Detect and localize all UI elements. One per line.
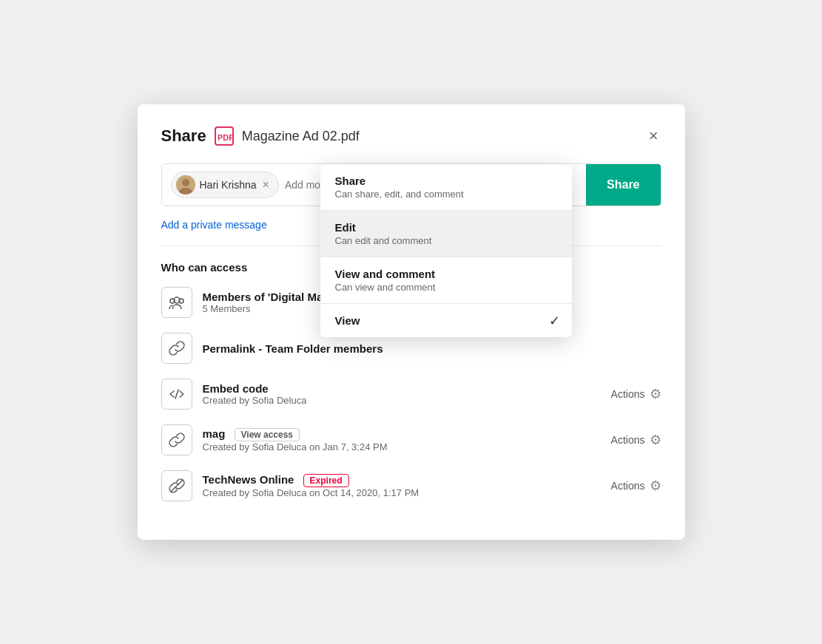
check-icon: ✓ [549, 313, 560, 329]
access-item-technews: TechNews Online Expired Created by Sofia… [161, 470, 661, 501]
dropdown-item-share-sub: Can share, edit, and comment [335, 189, 557, 200]
recipient-name: Hari Krishna [200, 179, 257, 191]
access-item-permalink: Permalink - Team Folder members [161, 333, 661, 364]
remove-recipient-button[interactable]: × [261, 179, 271, 191]
embed-actions-label: Actions [611, 388, 645, 400]
title-group: Share PDF Magazine Ad 02.pdf [161, 126, 360, 146]
mag-link-icon [161, 424, 192, 455]
technews-actions-label: Actions [611, 480, 645, 492]
file-name: Magazine Ad 02.pdf [242, 129, 360, 144]
dropdown-item-view-title: View [335, 314, 557, 327]
share-modal: Share PDF Magazine Ad 02.pdf × [138, 104, 685, 540]
svg-text:PDF: PDF [218, 133, 234, 142]
expired-badge: Expired [303, 474, 349, 487]
access-info-technews: TechNews Online Expired Created by Sofia… [203, 473, 611, 498]
close-button[interactable]: × [646, 125, 661, 147]
private-message-link[interactable]: Add a private message [161, 219, 267, 231]
modal-title: Share [161, 126, 206, 146]
modal-header: Share PDF Magazine Ad 02.pdf × [161, 125, 661, 147]
gear-icon: ⚙ [650, 386, 661, 402]
dropdown-item-view-comment-sub: Can view and comment [335, 282, 557, 293]
embed-icon [161, 379, 192, 410]
pdf-icon: PDF [214, 126, 235, 146]
dropdown-item-share[interactable]: Share Can share, edit, and comment [320, 164, 572, 210]
dropdown-item-edit[interactable]: Edit Can edit and comment [320, 211, 572, 257]
dropdown-item-edit-sub: Can edit and comment [335, 235, 557, 246]
dropdown-item-view-comment-title: View and comment [335, 268, 557, 280]
technews-link-icon [161, 470, 192, 501]
gear-icon-technews: ⚙ [650, 478, 661, 494]
dropdown-item-view-comment[interactable]: View and comment Can view and comment [320, 257, 572, 303]
dropdown-item-view[interactable]: View ✓ [320, 304, 572, 337]
technews-name: TechNews Online Expired [203, 473, 611, 487]
access-item-mag: mag View access Created by Sofia Deluca … [161, 424, 661, 455]
embed-actions[interactable]: Actions ⚙ [611, 386, 661, 402]
team-folder-icon [161, 287, 192, 318]
share-row: Hari Krishna × Access Level View ▾ Share… [161, 163, 661, 206]
svg-line-8 [175, 390, 178, 399]
access-info-permalink: Permalink - Team Folder members [203, 342, 661, 355]
permalink-name: Permalink - Team Folder members [203, 342, 661, 355]
access-item-embed: Embed code Created by Sofia Deluca Actio… [161, 379, 661, 410]
technews-sub: Created by Sofia Deluca on Oct 14, 2020,… [203, 487, 611, 498]
access-info-mag: mag View access Created by Sofia Deluca … [203, 427, 611, 453]
access-info-embed: Embed code Created by Sofia Deluca [203, 382, 611, 406]
dropdown-item-share-title: Share [335, 174, 557, 187]
dropdown-item-edit-title: Edit [335, 221, 557, 234]
mag-actions-label: Actions [611, 434, 645, 446]
permalink-icon [161, 333, 192, 364]
gear-icon-mag: ⚙ [650, 432, 661, 448]
dropdown-menu: Share Can share, edit, and comment Edit … [320, 164, 572, 337]
embed-sub: Created by Sofia Deluca [203, 395, 611, 406]
recipient-tag: Hari Krishna × [171, 172, 279, 198]
technews-actions[interactable]: Actions ⚙ [611, 478, 661, 494]
share-button[interactable]: Share [586, 164, 660, 206]
mag-actions[interactable]: Actions ⚙ [611, 432, 661, 448]
avatar [176, 175, 195, 194]
mag-name: mag View access [203, 427, 611, 441]
embed-name: Embed code [203, 382, 611, 395]
mag-sub: Created by Sofia Deluca on Jan 7, 3:24 P… [203, 441, 611, 453]
svg-point-3 [182, 179, 189, 186]
view-access-badge: View access [235, 428, 300, 441]
